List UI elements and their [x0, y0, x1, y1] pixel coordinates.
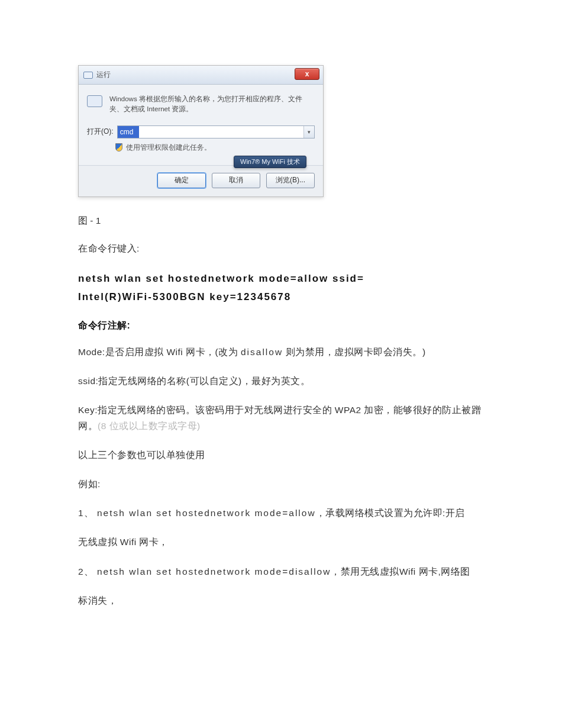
close-button[interactable]: x — [295, 68, 319, 80]
mode-paragraph: Mode:是否启用虚拟 Wifi 网卡，(改为 disallow 则为禁用，虚拟… — [78, 344, 484, 360]
cmd-line2b: key=12345678 — [209, 291, 291, 302]
window-title: 运行 — [96, 70, 111, 80]
dialog-intro-text: Windows 将根据您所输入的名称，为您打开相应的程序、文件夹、文档或 Int… — [109, 94, 315, 115]
ex2-tail: ，禁用无线虚拟Wifi 网卡,网络图 — [331, 566, 470, 576]
wifi-tooltip: Win7® My WiFi 技术 — [234, 156, 306, 168]
wifi-card-paragraph: 无线虚拟 Wifi 网卡， — [78, 534, 484, 550]
program-icon — [87, 95, 102, 107]
mode-disallow: disallow — [241, 347, 283, 357]
params-paragraph: 以上三个参数也可以单独使用 — [78, 447, 484, 463]
admin-note: 使用管理权限创建此任务。 — [126, 143, 211, 152]
ssid-paragraph: ssid:指定无线网络的名称(可以自定义)，最好为英文。 — [78, 373, 484, 389]
run-dialog: 运行 x Windows 将根据您所输入的名称，为您打开相应的程序、文件夹、文档… — [78, 65, 324, 197]
icon-gone-paragraph: 标消失， — [78, 592, 484, 608]
dialog-button-row: 确定 取消 浏览(B)... — [79, 165, 323, 197]
ex2-number: 2、 — [78, 566, 97, 576]
figure-caption: 图 - 1 — [78, 215, 484, 227]
key-hint-gray: (8 位或以上数字或字母) — [98, 421, 201, 431]
section-title: 命令行注解: — [78, 320, 484, 332]
chevron-down-icon[interactable]: ▾ — [303, 126, 314, 138]
ex1-command: netsh wlan set hostednetwork mode=allow — [97, 508, 316, 518]
cancel-button[interactable]: 取消 — [212, 173, 260, 188]
key-paragraph: Key:指定无线网络的密码。该密码用于对无线网进行安全的 WPA2 加密，能够很… — [78, 402, 484, 434]
run-app-icon — [83, 72, 93, 79]
ex1-number: 1、 — [78, 508, 97, 518]
main-command: netsh wlan set hostednetwork mode=allow … — [78, 269, 484, 307]
browse-button[interactable]: 浏览(B)... — [266, 173, 315, 188]
example-2: 2、 netsh wlan set hostednetwork mode=dis… — [78, 563, 484, 579]
example-label: 例如: — [78, 476, 484, 492]
ex1-tail: ，承载网络模式设置为允许即:开启 — [316, 508, 465, 518]
cmd-line1: netsh wlan set hostednetwork mode=allow … — [78, 273, 364, 284]
ok-button[interactable]: 确定 — [157, 173, 206, 188]
mode-text-a: Mode:是否启用虚拟 Wifi 网卡，(改为 — [78, 347, 241, 357]
cmd-line2a: Intel(R)WiFi-5300BGN — [78, 291, 209, 302]
open-combobox[interactable]: ▾ — [117, 125, 315, 138]
intro-paragraph: 在命令行键入: — [78, 240, 484, 256]
example-1: 1、 netsh wlan set hostednetwork mode=all… — [78, 505, 484, 521]
shield-icon — [115, 143, 122, 152]
open-input[interactable] — [118, 126, 139, 138]
titlebar[interactable]: 运行 x — [79, 66, 323, 85]
mode-text-c: 则为禁用，虚拟网卡即会消失。) — [283, 347, 425, 357]
open-label: 打开(O): — [87, 127, 114, 137]
ex2-command: netsh wlan set hostednetwork mode=disall… — [97, 566, 331, 576]
